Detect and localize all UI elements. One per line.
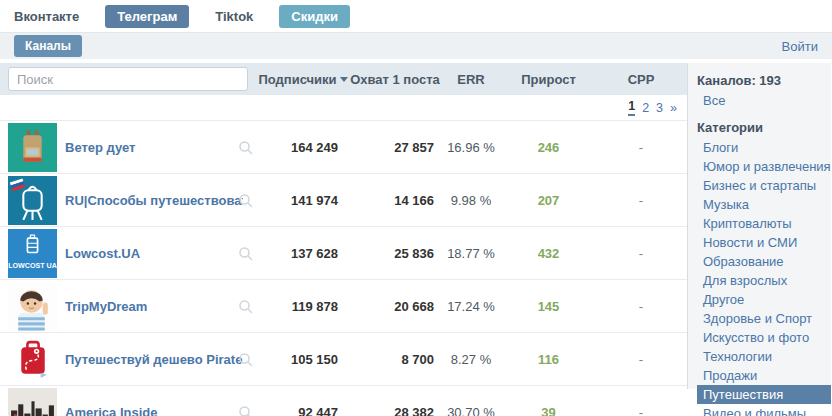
category-item-dlya-vzroslyh[interactable]: Для взрослых: [688, 271, 831, 290]
channel-cell: Путешествуй дешево Piratesru: [0, 333, 256, 385]
category-item-blogi[interactable]: Блоги: [688, 138, 831, 157]
column-header-err[interactable]: ERR: [440, 72, 502, 87]
category-item-tehnologii[interactable]: Технологии: [688, 347, 831, 366]
category-item-muzyka[interactable]: Музыка: [688, 195, 831, 214]
table-row: America America Inside 92 447 28 382 30.…: [0, 385, 687, 416]
err-value: 17.24 %: [440, 299, 502, 314]
page-link-3[interactable]: 3: [656, 101, 663, 115]
page-link-2[interactable]: 2: [642, 101, 649, 115]
channel-name-link[interactable]: Ветер дует: [65, 140, 136, 155]
subscribers-value: 119 878: [256, 299, 350, 314]
reach-value: 14 166: [350, 193, 440, 208]
channel-name-link[interactable]: RU|Способы путешествовать почти бе: [65, 193, 243, 208]
category-item-novosti[interactable]: Новости и СМИ: [688, 233, 831, 252]
channel-cell: RU|Способы путешествовать почти бе: [0, 174, 256, 226]
subscribers-value: 137 628: [256, 246, 350, 261]
cpp-value: -: [595, 352, 687, 367]
table-row: TripMyDream 119 878 20 668 17.24 % 145 -: [0, 279, 687, 332]
magnifier-icon[interactable]: [238, 246, 254, 262]
category-item-obrazovanie[interactable]: Образование: [688, 252, 831, 271]
magnifier-icon[interactable]: [238, 352, 254, 368]
top-tab-bar: Вконтакте Телеграм Tiktok Скидки: [0, 0, 832, 32]
err-value: 18.77 %: [440, 246, 502, 261]
cpp-value: -: [595, 193, 687, 208]
channels-table: Подписчики Охват 1 поста ERR Прирост CPP…: [0, 63, 688, 389]
blue-backpack-flag-avatar[interactable]: [8, 176, 57, 225]
categories-sidebar: Каналов: 193 Все Категории Блоги Юмор и …: [688, 63, 831, 389]
column-header-label: Подписчики: [258, 72, 336, 87]
sort-desc-icon: [340, 77, 348, 82]
all-categories-link[interactable]: Все: [703, 93, 831, 108]
page-link-1[interactable]: 1: [628, 99, 635, 116]
growth-value: 207: [502, 193, 595, 208]
category-item-yumor[interactable]: Юмор и развлечения: [688, 157, 831, 176]
login-link[interactable]: Войти: [782, 39, 818, 54]
category-item-biznes[interactable]: Бизнес и стартапы: [688, 176, 831, 195]
column-header-cpp[interactable]: CPP: [595, 72, 687, 87]
category-item-iskusstvo[interactable]: Искусство и фото: [688, 328, 831, 347]
tab-vkontakte[interactable]: Вконтакте: [14, 9, 79, 24]
channels-count: Каналов: 193: [697, 73, 831, 88]
growth-value: 145: [502, 299, 595, 314]
cpp-value: -: [595, 140, 687, 155]
reach-value: 28 382: [350, 405, 440, 416]
table-row: Ветер дует 164 249 27 857 16.96 % 246 -: [0, 120, 687, 173]
category-item-puteshestviya[interactable]: Путешествия: [697, 385, 831, 404]
teal-backpack-avatar[interactable]: [8, 123, 57, 172]
err-value: 30.70 %: [440, 405, 502, 416]
err-value: 9.98 %: [440, 193, 502, 208]
channel-cell: America America Inside: [0, 386, 256, 416]
reach-value: 20 668: [350, 299, 440, 314]
svg-text:LOWCOST UA: LOWCOST UA: [8, 261, 57, 269]
channel-name-link[interactable]: America Inside: [65, 405, 158, 416]
err-value: 8.27 %: [440, 352, 502, 367]
magnifier-icon[interactable]: [238, 299, 254, 315]
subscribers-value: 105 150: [256, 352, 350, 367]
tab-telegram[interactable]: Телеграм: [105, 5, 189, 28]
table-row: RU|Способы путешествовать почти бе 141 9…: [0, 173, 687, 226]
channel-name-link[interactable]: Путешествуй дешево Piratesru: [65, 352, 243, 367]
column-header-subscribers[interactable]: Подписчики: [256, 72, 350, 87]
magnifier-icon[interactable]: [238, 405, 254, 416]
category-item-video[interactable]: Видео и фильмы: [688, 404, 831, 416]
table-header-row: Подписчики Охват 1 поста ERR Прирост CPP: [0, 63, 687, 95]
channel-cell: LOWCOST UA Lowcost.UA: [0, 227, 256, 279]
content-area: Подписчики Охват 1 поста ERR Прирост CPP…: [0, 63, 832, 389]
cartoon-traveler-avatar[interactable]: [8, 282, 57, 331]
category-item-drugoe[interactable]: Другое: [688, 290, 831, 309]
category-item-zdorovie[interactable]: Здоровье и Спорт: [688, 309, 831, 328]
reach-value: 27 857: [350, 140, 440, 155]
column-header-growth[interactable]: Прирост: [502, 72, 595, 87]
table-row: Путешествуй дешево Piratesru 105 150 8 7…: [0, 332, 687, 385]
table-row: LOWCOST UA Lowcost.UA 137 628 25 836 18.…: [0, 226, 687, 279]
growth-value: 39: [502, 405, 595, 416]
err-value: 16.96 %: [440, 140, 502, 155]
reach-value: 8 700: [350, 352, 440, 367]
tab-tiktok[interactable]: Tiktok: [215, 9, 253, 24]
growth-value: 246: [502, 140, 595, 155]
channel-cell: TripMyDream: [0, 280, 256, 332]
page-link-next[interactable]: »: [670, 101, 677, 115]
svg-text:America: America: [9, 411, 54, 416]
subscribers-value: 92 447: [256, 405, 350, 416]
category-item-kripto[interactable]: Криптовалюты: [688, 214, 831, 233]
pagination: 1 2 3 »: [0, 95, 687, 120]
search-input[interactable]: [8, 67, 248, 91]
category-item-prodazhi[interactable]: Продажи: [688, 366, 831, 385]
america-skyline-avatar[interactable]: America: [8, 388, 57, 416]
channels-button[interactable]: Каналы: [14, 35, 82, 57]
lowcost-logo-avatar[interactable]: LOWCOST UA: [8, 229, 57, 278]
reach-value: 25 836: [350, 246, 440, 261]
growth-value: 432: [502, 246, 595, 261]
magnifier-icon[interactable]: [238, 140, 254, 156]
channel-name-link[interactable]: Lowcost.UA: [65, 246, 140, 261]
column-header-reach[interactable]: Охват 1 поста: [350, 72, 440, 87]
channel-name-link[interactable]: TripMyDream: [65, 299, 147, 314]
magnifier-icon[interactable]: [238, 193, 254, 209]
cpp-value: -: [595, 246, 687, 261]
channel-cell: Ветер дует: [0, 121, 256, 173]
red-suitcase-avatar[interactable]: [8, 335, 57, 384]
cpp-value: -: [595, 405, 687, 416]
categories-header: Категории: [697, 120, 831, 135]
tab-discounts[interactable]: Скидки: [279, 5, 350, 28]
